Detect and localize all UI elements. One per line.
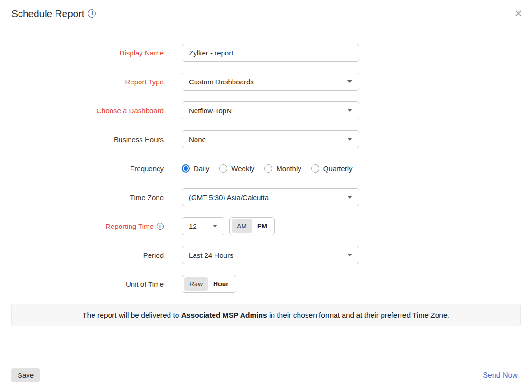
radio-unselected-icon[interactable] — [219, 164, 227, 173]
save-button[interactable]: Save — [11, 368, 40, 382]
info-icon[interactable]: i — [157, 223, 164, 230]
frequency-option-quarterly[interactable]: Quarterly — [311, 164, 353, 173]
time-zone-value: (GMT 5:30) Asia/Calcutta — [189, 193, 269, 201]
business-hours-row: Business Hours None — [0, 130, 532, 148]
notice-prefix: The report will be delivered to — [83, 311, 181, 319]
dashboard-select[interactable]: Netflow-TopN — [182, 101, 359, 119]
frequency-label: Frequency — [0, 164, 164, 173]
reporting-hour-value: 12 — [189, 222, 197, 230]
radio-unselected-icon[interactable] — [311, 164, 319, 173]
notice-suffix: in their chosen format and at their pref… — [267, 311, 449, 319]
dashboard-value: Netflow-TopN — [189, 107, 232, 115]
send-now-link[interactable]: Send Now — [483, 371, 518, 380]
radio-unselected-icon[interactable] — [264, 164, 272, 173]
radio-label: Monthly — [276, 164, 301, 173]
radio-label: Daily — [194, 164, 209, 173]
business-hours-select[interactable]: None — [182, 130, 359, 148]
business-hours-value: None — [189, 136, 206, 144]
notice-text: The report will be delivered to Associat… — [83, 311, 449, 319]
dialog-footer: Save Send Now — [0, 358, 532, 392]
display-name-label: Display Name — [0, 49, 164, 57]
radio-label: Weekly — [231, 164, 254, 173]
am-toggle[interactable]: AM — [232, 219, 252, 233]
dialog-title: Schedule Report — [11, 8, 84, 19]
report-type-label: Report Type — [0, 78, 164, 86]
display-name-row: Display Name — [0, 44, 532, 62]
delivery-notice: The report will be delivered to Associat… — [11, 304, 521, 326]
period-label: Period — [0, 251, 164, 259]
chevron-down-icon — [347, 138, 352, 141]
chevron-down-icon — [347, 80, 352, 83]
report-type-select[interactable]: Custom Dashboards — [182, 73, 359, 91]
time-zone-label: Time Zone — [0, 193, 164, 201]
period-value: Last 24 Hours — [189, 251, 233, 259]
frequency-option-daily[interactable]: Daily — [182, 164, 209, 173]
reporting-time-label: Reporting Time i — [0, 222, 164, 230]
frequency-option-weekly[interactable]: Weekly — [219, 164, 254, 173]
business-hours-label: Business Hours — [0, 136, 164, 144]
chevron-down-icon — [213, 225, 217, 228]
frequency-row: Frequency Daily Weekly Monthly Quarterly — [0, 159, 532, 177]
raw-toggle[interactable]: Raw — [184, 277, 208, 291]
schedule-report-form: Display Name Report Type Custom Dashboar… — [0, 27, 532, 293]
notice-bold: Associated MSP Admins — [181, 311, 267, 319]
meridiem-toggle-group: AM PM — [229, 217, 275, 235]
period-select[interactable]: Last 24 Hours — [182, 246, 359, 264]
period-row: Period Last 24 Hours — [0, 246, 532, 264]
unit-of-time-row: Unit of Time Raw Hour — [0, 275, 532, 293]
time-zone-select[interactable]: (GMT 5:30) Asia/Calcutta — [182, 188, 359, 206]
dialog-header: Schedule Report i ✕ — [0, 0, 532, 27]
reporting-time-label-text: Reporting Time — [105, 222, 154, 230]
report-type-row: Report Type Custom Dashboards — [0, 73, 532, 91]
report-type-value: Custom Dashboards — [189, 78, 254, 86]
pm-toggle[interactable]: PM — [252, 219, 272, 233]
unit-of-time-toggle-group: Raw Hour — [182, 275, 236, 293]
hour-toggle[interactable]: Hour — [208, 277, 234, 291]
frequency-option-monthly[interactable]: Monthly — [264, 164, 301, 173]
frequency-radio-group: Daily Weekly Monthly Quarterly — [182, 164, 362, 173]
reporting-time-row: Reporting Time i 12 AM PM — [0, 217, 532, 235]
dashboard-label: Choose a Dashboard — [0, 107, 164, 115]
radio-selected-icon[interactable] — [182, 164, 190, 173]
radio-label: Quarterly — [323, 164, 353, 173]
unit-of-time-label: Unit of Time — [0, 280, 164, 288]
chevron-down-icon — [347, 109, 352, 112]
reporting-hour-select[interactable]: 12 — [182, 217, 224, 235]
display-name-input[interactable] — [182, 44, 359, 62]
close-icon[interactable]: ✕ — [513, 8, 523, 19]
time-zone-row: Time Zone (GMT 5:30) Asia/Calcutta — [0, 188, 532, 206]
chevron-down-icon — [347, 196, 352, 199]
info-icon[interactable]: i — [88, 9, 96, 18]
dashboard-row: Choose a Dashboard Netflow-TopN — [0, 101, 532, 119]
chevron-down-icon — [347, 254, 352, 256]
